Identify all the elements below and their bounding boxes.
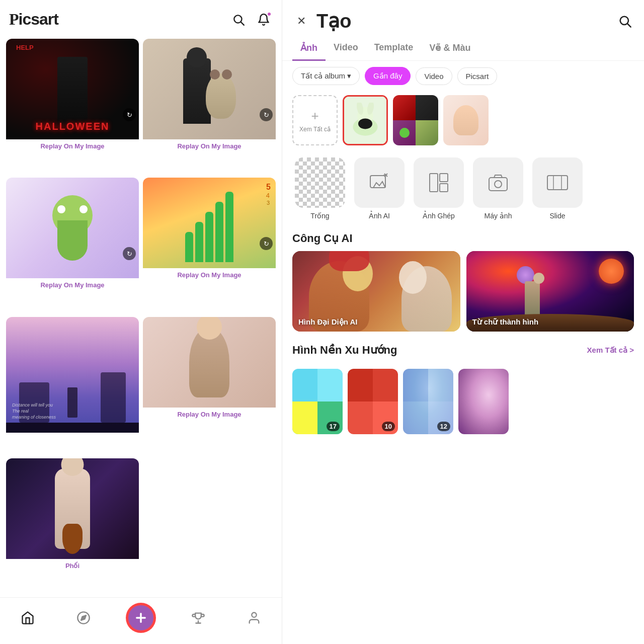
ai-cards-row: Hình Đại Diện AI Từ chữ thành hình xyxy=(282,251,644,340)
logo-p: P xyxy=(9,10,19,28)
tool-ai-photo[interactable]: T Ảnh AI xyxy=(352,157,407,220)
search-button[interactable] xyxy=(229,11,248,29)
ai-section-title: Công Cụ AI xyxy=(282,228,644,251)
feed-item-anime2[interactable]: Replay On My Image xyxy=(143,317,276,454)
recent-image-collage[interactable] xyxy=(393,95,438,145)
bottom-nav xyxy=(0,597,282,644)
tab-anh[interactable]: Ảnh xyxy=(292,38,326,61)
collage-grid xyxy=(393,95,438,145)
tool-slide-label: Slide xyxy=(549,212,565,220)
trending-see-all[interactable]: Xem Tất cả > xyxy=(587,346,634,355)
trending-section-title: Hình Nền Xu Hướng xyxy=(292,344,397,357)
add-image-button[interactable]: + Xem Tất cả xyxy=(292,95,338,145)
right-panel-title: Tạo xyxy=(316,10,610,32)
feed-item-city[interactable]: Distance will tell youThe realmeaning of… xyxy=(6,317,139,454)
tool-collage[interactable]: Ảnh Ghép xyxy=(411,157,466,220)
tool-collage-label: Ảnh Ghép xyxy=(423,212,455,220)
tool-blank-label: Trống xyxy=(310,212,329,220)
notification-button[interactable] xyxy=(255,11,273,29)
feed-item-bear[interactable]: ↻ Replay On My Image xyxy=(143,39,276,174)
nav-create-button[interactable] xyxy=(127,604,155,632)
trending-item-1[interactable]: 17 xyxy=(292,369,343,434)
filter-video[interactable]: Video xyxy=(416,67,452,85)
trending-item-3[interactable]: 12 xyxy=(403,369,453,434)
trending-row: 17 10 12 xyxy=(282,369,644,434)
tabs-row: Ảnh Video Template Vẽ & Màu xyxy=(282,38,644,61)
tool-camera-label: Máy ảnh xyxy=(485,212,512,220)
city-building2 xyxy=(101,372,126,423)
header-icons xyxy=(229,11,273,29)
planet-1 xyxy=(599,259,624,284)
plus-icon: + xyxy=(311,108,318,124)
tool-camera[interactable]: Máy ảnh xyxy=(470,157,526,220)
trending-count-3: 12 xyxy=(437,422,450,431)
feed-item-cartoon[interactable]: ↻ Replay On My Image xyxy=(6,178,139,312)
baby-placeholder xyxy=(443,95,489,145)
ai-tool-text-to-image[interactable]: Từ chữ thành hình xyxy=(466,251,634,332)
tab-video[interactable]: Video xyxy=(326,38,366,61)
replay-icon-2: ↻ xyxy=(260,108,273,121)
tab-template[interactable]: Template xyxy=(366,38,422,61)
anime-figure xyxy=(189,327,229,397)
tool-blank[interactable]: Trống xyxy=(292,157,348,220)
feed-item-label-2: Replay On My Image xyxy=(143,139,276,152)
left-panel: Picsart HELP HA xyxy=(0,0,282,644)
feed-item-label-6: Phối xyxy=(6,559,139,572)
left-header: Picsart xyxy=(0,0,282,35)
nav-home[interactable] xyxy=(16,606,40,630)
recent-image-rabbit[interactable] xyxy=(343,95,388,145)
filter-recent[interactable]: Gần đây xyxy=(365,67,411,85)
feed-item-label-5: Replay On My Image xyxy=(143,408,276,420)
feed-grid: HELP HALLOWEEN ↻ Replay On My Image xyxy=(0,35,282,597)
portrait-head2 xyxy=(399,261,427,294)
right-search-button[interactable] xyxy=(616,12,634,30)
nav-profile[interactable] xyxy=(242,606,266,630)
feed-item-halloween[interactable]: HELP HALLOWEEN ↻ Replay On My Image xyxy=(6,39,139,174)
filter-row: Tất cả album ▾ Gần đây Video Picsart xyxy=(282,61,644,91)
trending-item-2[interactable]: 10 xyxy=(348,369,398,434)
svg-rect-19 xyxy=(430,174,438,192)
city-figure xyxy=(67,387,77,418)
svg-line-9 xyxy=(627,24,630,27)
replay-icon-3: ↻ xyxy=(123,247,136,260)
svg-rect-21 xyxy=(440,184,448,192)
trending-section-header: Hình Nền Xu Hướng Xem Tất cả > xyxy=(282,340,644,363)
replay-icon-1: ↻ xyxy=(123,108,136,121)
recent-image-baby[interactable] xyxy=(443,95,489,145)
nav-trophy[interactable] xyxy=(186,606,210,630)
svg-rect-20 xyxy=(440,174,448,182)
filter-all-albums[interactable]: Tất cả album ▾ xyxy=(292,67,360,85)
ai-tool-portrait[interactable]: Hình Đại Diện AI xyxy=(292,251,460,332)
app-logo: Picsart xyxy=(9,10,58,29)
space-figure xyxy=(525,281,540,316)
close-button[interactable]: ✕ xyxy=(292,12,310,30)
right-header: ✕ Tạo xyxy=(282,0,644,38)
svg-marker-3 xyxy=(81,615,86,620)
feed-item-label-4: Replay On My Image xyxy=(143,268,276,281)
right-panel: ✕ Tạo Ảnh Video Template Vẽ & Màu Tất cả… xyxy=(282,0,644,644)
trending-bg-4 xyxy=(458,369,509,434)
svg-point-14 xyxy=(358,119,372,129)
rabbit-illustration xyxy=(348,103,383,138)
recent-images-row: + Xem Tất cả xyxy=(282,91,644,153)
feed-item-label-3: Replay On My Image xyxy=(6,278,139,291)
feed-item-gumby[interactable]: 5 4 3 ↻ Replay On My Image xyxy=(143,178,276,312)
view-all-label: Xem Tất cả xyxy=(299,126,331,133)
trending-item-4[interactable] xyxy=(458,369,509,434)
filter-picsart[interactable]: Picsart xyxy=(457,67,498,85)
ai-photo-icon: T xyxy=(354,157,405,208)
tab-ve-mau[interactable]: Vẽ & Màu xyxy=(421,38,478,61)
halloween-label-text: HALLOWEEN xyxy=(36,121,110,132)
portrait-hair xyxy=(329,251,369,271)
halloween-figure xyxy=(57,57,88,127)
tool-slide[interactable]: Slide xyxy=(530,157,585,220)
svg-point-23 xyxy=(495,181,502,188)
nav-explore[interactable] xyxy=(71,606,96,630)
ai-text-to-image-label: Từ chữ thành hình xyxy=(472,317,539,327)
feed-item-label-1: Replay On My Image xyxy=(6,139,139,152)
chevron-down-icon: ▾ xyxy=(347,71,351,80)
svg-point-7 xyxy=(252,613,256,617)
space-head xyxy=(533,273,544,284)
anime-guitar-figure xyxy=(55,468,90,549)
feed-item-guitar-anime[interactable]: Phối xyxy=(6,458,139,593)
